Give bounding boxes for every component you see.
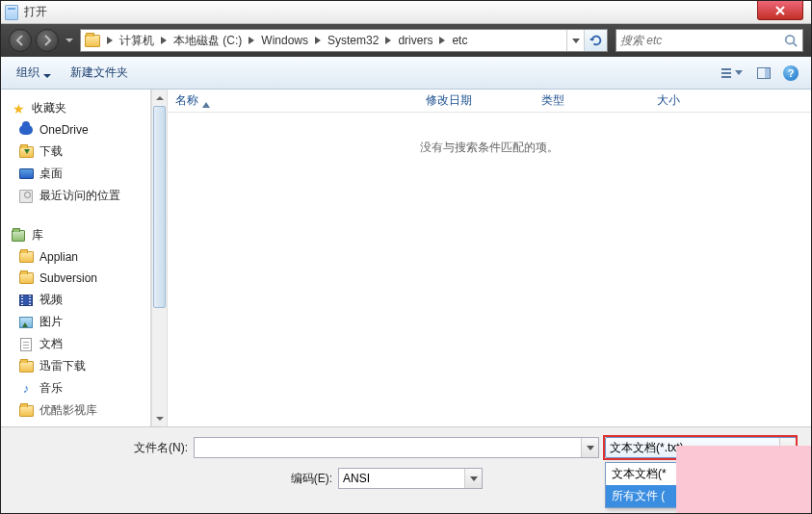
sidebar-item-videos[interactable]: 视频 [1, 289, 150, 311]
breadcrumb-drivers[interactable]: drivers [394, 30, 436, 51]
annotation-overlay [676, 446, 811, 513]
chevron-down-icon [735, 70, 743, 75]
titlebar: 打开 [1, 1, 811, 24]
chevron-right-icon[interactable] [158, 30, 170, 51]
chevron-down-icon [43, 69, 51, 77]
scrollbar-thumb[interactable] [153, 106, 166, 308]
notepad-icon [5, 5, 18, 20]
encoding-value: ANSI [343, 472, 464, 485]
sidebar-item-downloads[interactable]: 下载 [1, 141, 150, 163]
close-button[interactable] [757, 1, 803, 20]
column-headers: 名称 修改日期 类型 大小 [168, 90, 811, 113]
dialog-body: ★ 收藏夹 OneDrive 下载 桌面 最近访问的位置 [1, 90, 811, 426]
navigation-bar: 计算机 本地磁盘 (C:) Windows System32 drivers e… [1, 24, 811, 57]
column-header-name[interactable]: 名称 [168, 90, 418, 112]
chevron-right-icon[interactable] [104, 30, 116, 51]
star-icon: ★ [11, 101, 26, 116]
search-icon[interactable] [779, 34, 802, 47]
empty-results-message: 没有与搜索条件匹配的项。 [168, 113, 811, 156]
folder-icon [18, 249, 34, 265]
refresh-icon [589, 34, 603, 47]
preview-pane-icon [757, 67, 771, 79]
organize-label: 组织 [16, 64, 39, 81]
filename-input[interactable] [195, 441, 581, 454]
encoding-label: 编码(E): [14, 471, 332, 487]
document-icon [18, 337, 34, 352]
sidebar-item-documents[interactable]: 文档 [1, 333, 150, 355]
folder-icon [83, 31, 102, 50]
forward-button[interactable] [36, 29, 59, 52]
breadcrumb-system32[interactable]: System32 [324, 30, 382, 51]
video-icon [18, 293, 34, 308]
chevron-right-icon[interactable] [382, 30, 394, 51]
list-view-icon [721, 68, 731, 78]
close-icon [774, 5, 786, 16]
breadcrumb-computer[interactable]: 计算机 [116, 30, 158, 51]
new-folder-button[interactable]: 新建文件夹 [63, 61, 136, 85]
sort-asc-icon [202, 97, 210, 105]
chevron-right-icon[interactable] [436, 30, 448, 51]
library-icon [11, 228, 26, 244]
libraries-label: 库 [32, 227, 43, 244]
breadcrumb-etc[interactable]: etc [448, 30, 471, 51]
scroll-up-button[interactable] [152, 90, 167, 106]
navigation-sidebar: ★ 收藏夹 OneDrive 下载 桌面 最近访问的位置 [1, 90, 151, 426]
filename-dropdown-button[interactable] [581, 438, 598, 457]
nav-history-dropdown[interactable] [63, 29, 76, 52]
downloads-folder-icon [18, 144, 34, 160]
scroll-down-button[interactable] [152, 410, 167, 426]
sidebar-scrollbar[interactable] [151, 90, 168, 426]
folder-icon [18, 359, 34, 374]
search-box[interactable] [616, 29, 803, 52]
sidebar-item-desktop[interactable]: 桌面 [1, 163, 150, 185]
sidebar-item-youku[interactable]: 优酷影视库 [1, 399, 150, 422]
breadcrumb-drive-c[interactable]: 本地磁盘 (C:) [170, 30, 246, 51]
help-icon: ? [783, 65, 799, 81]
cloud-icon [18, 122, 34, 138]
chevron-right-icon[interactable] [246, 30, 257, 51]
sidebar-item-applian[interactable]: Applian [1, 246, 150, 268]
favorites-label: 收藏夹 [32, 100, 66, 116]
column-header-date[interactable]: 修改日期 [418, 90, 534, 112]
sidebar-item-music[interactable]: ♪ 音乐 [1, 377, 150, 399]
sidebar-item-subversion[interactable]: Subversion [1, 268, 150, 289]
filename-label: 文件名(N): [14, 440, 188, 456]
pictures-icon [18, 315, 34, 330]
preview-pane-button[interactable] [751, 62, 776, 85]
sidebar-item-thunder[interactable]: 迅雷下载 [1, 355, 150, 377]
address-bar[interactable]: 计算机 本地磁盘 (C:) Windows System32 drivers e… [80, 29, 608, 52]
sidebar-favorites-header[interactable]: ★ 收藏夹 [1, 97, 150, 119]
file-list-pane: 名称 修改日期 类型 大小 没有与搜索条件匹配的项。 [168, 90, 811, 426]
window-title: 打开 [24, 4, 47, 20]
music-icon: ♪ [18, 381, 34, 397]
organize-button[interactable]: 组织 [9, 61, 59, 85]
search-input[interactable] [616, 34, 779, 47]
sidebar-libraries-header[interactable]: 库 [1, 224, 150, 246]
folder-icon [18, 270, 34, 286]
sidebar-item-onedrive[interactable]: OneDrive [1, 119, 150, 141]
chevron-right-icon[interactable] [312, 30, 324, 51]
view-options-button[interactable] [715, 62, 749, 85]
sidebar-item-pictures[interactable]: 图片 [1, 311, 150, 333]
refresh-button[interactable] [584, 30, 607, 51]
back-button[interactable] [9, 29, 32, 52]
folder-icon [18, 403, 34, 419]
desktop-icon [18, 167, 34, 182]
column-header-size[interactable]: 大小 [649, 90, 726, 112]
help-button[interactable]: ? [778, 62, 803, 85]
new-folder-label: 新建文件夹 [70, 64, 128, 81]
address-dropdown[interactable] [566, 30, 584, 51]
column-header-type[interactable]: 类型 [534, 90, 649, 112]
toolbar: 组织 新建文件夹 ? [1, 57, 811, 90]
filename-combobox[interactable] [194, 437, 599, 458]
open-dialog-window: 打开 计算机 本地磁盘 (C:) Windows System32 driver… [0, 0, 812, 514]
svg-point-0 [786, 36, 795, 44]
sidebar-item-recent[interactable]: 最近访问的位置 [1, 185, 150, 207]
encoding-combobox[interactable]: ANSI [338, 468, 483, 489]
encoding-dropdown-button[interactable] [464, 469, 482, 488]
bottom-panel: 文件名(N): 文本文档(*.txt) 编码(E): ANSI 文本文档(* 所… [1, 426, 811, 513]
recent-places-icon [18, 189, 34, 204]
breadcrumb-windows[interactable]: Windows [257, 30, 312, 51]
